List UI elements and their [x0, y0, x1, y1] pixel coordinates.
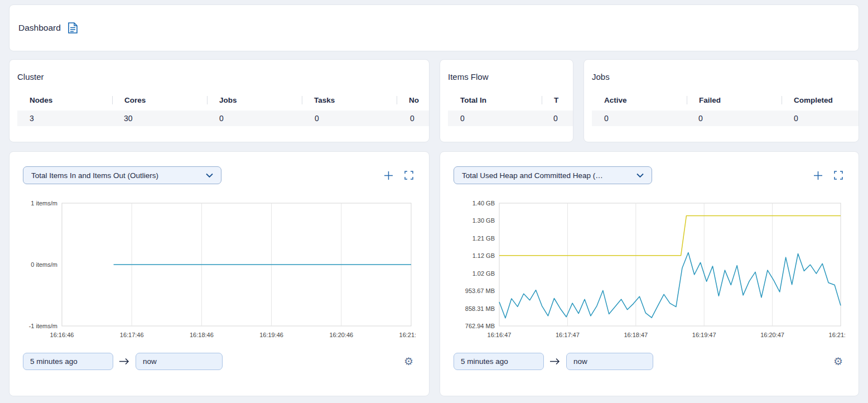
chart-toolbar: Total Items In and Items Out (Outliers)	[23, 166, 416, 184]
settings-gear-icon[interactable]: ⚙	[404, 356, 416, 367]
dashboard-page: Dashboard Cluster Nodes Cores Jobs Tasks…	[0, 0, 868, 403]
stat-value: 0	[303, 114, 398, 123]
stats-row: Cluster Nodes Cores Jobs Tasks No 3 30 0…	[9, 59, 859, 142]
svg-text:1.40 GB: 1.40 GB	[472, 200, 495, 207]
svg-text:-1 items/m: -1 items/m	[29, 323, 57, 329]
metric-select[interactable]: Total Used Heap and Committed Heap (…	[454, 166, 652, 184]
time-from-input[interactable]	[23, 353, 113, 370]
svg-text:16:16:46: 16:16:46	[50, 332, 74, 338]
chart-footer: ⚙	[23, 353, 416, 370]
cluster-table-values: 3 30 0 0 0	[17, 111, 429, 126]
cluster-card-title: Cluster	[17, 72, 429, 81]
column-header: Active	[604, 96, 687, 104]
svg-text:953.67 MB: 953.67 MB	[465, 287, 495, 294]
stat-value: 0	[460, 114, 542, 123]
svg-text:1.12 GB: 1.12 GB	[472, 252, 495, 259]
svg-text:16:19:46: 16:19:46	[259, 332, 283, 338]
time-from-input[interactable]	[454, 353, 544, 370]
svg-text:1.21 GB: 1.21 GB	[472, 235, 495, 242]
jobs-table-values: 0 0 0	[592, 111, 859, 126]
chevron-down-icon	[206, 171, 213, 180]
svg-text:16:16:47: 16:16:47	[488, 332, 512, 338]
stat-value: 0	[398, 114, 430, 123]
add-chart-icon[interactable]	[813, 171, 823, 180]
column-header: Tasks	[302, 96, 397, 104]
page-title: Dashboard	[18, 23, 61, 33]
stat-value: 0	[542, 114, 573, 123]
stat-value: 30	[112, 114, 208, 123]
chart-toolbar: Total Used Heap and Committed Heap (…	[454, 166, 845, 184]
cluster-table-header: Nodes Cores Jobs Tasks No	[17, 96, 429, 104]
column-header: No	[397, 96, 430, 104]
stat-value: 3	[30, 114, 112, 123]
svg-text:16:17:47: 16:17:47	[556, 332, 580, 338]
column-header: T	[542, 96, 573, 104]
stat-value: 0	[604, 114, 687, 123]
items-line-chart: 16:16:4616:17:4616:18:4616:19:4616:20:46…	[23, 198, 416, 342]
settings-gear-icon[interactable]: ⚙	[833, 356, 845, 367]
chart-footer: ⚙	[454, 353, 845, 370]
toolbar-icons	[384, 171, 416, 180]
items-flow-table-header: Total In T	[448, 96, 573, 104]
svg-text:16:18:47: 16:18:47	[624, 332, 648, 338]
svg-text:1.02 GB: 1.02 GB	[472, 270, 495, 277]
items-flow-card: Items Flow Total In T 0 0	[440, 59, 573, 142]
column-header: Jobs	[207, 96, 302, 104]
svg-text:1.30 GB: 1.30 GB	[472, 217, 495, 224]
expand-chart-icon[interactable]	[834, 171, 843, 180]
toolbar-icons	[813, 171, 845, 180]
svg-text:16:20:47: 16:20:47	[760, 332, 784, 338]
jobs-table-header: Active Failed Completed	[592, 96, 859, 104]
column-header: Nodes	[30, 96, 112, 104]
time-to-input[interactable]	[136, 353, 223, 370]
document-icon[interactable]	[68, 22, 78, 33]
svg-text:16:21:47: 16:21:47	[829, 332, 845, 338]
svg-text:858.31 MB: 858.31 MB	[465, 305, 495, 312]
metric-select-value: Total Used Heap and Committed Heap (…	[462, 171, 603, 180]
metric-select[interactable]: Total Items In and Items Out (Outliers)	[23, 166, 221, 184]
items-chart-card: Total Items In and Items Out (Outliers) …	[9, 151, 430, 396]
column-header: Cores	[112, 96, 207, 104]
svg-text:762.94 MB: 762.94 MB	[465, 323, 495, 329]
heap-line-chart: 16:16:4716:17:4716:18:4716:19:4716:20:47…	[454, 198, 845, 342]
stat-value: 0	[687, 114, 782, 123]
page-header-card: Dashboard	[9, 4, 859, 51]
expand-chart-icon[interactable]	[404, 171, 413, 180]
add-chart-icon[interactable]	[384, 171, 393, 180]
items-flow-card-title: Items Flow	[448, 72, 573, 81]
time-to-input[interactable]	[566, 353, 653, 370]
jobs-card-title: Jobs	[592, 72, 859, 81]
column-header: Total In	[460, 96, 542, 104]
items-flow-table-values: 0 0	[448, 111, 573, 126]
stat-value: 0	[782, 114, 859, 123]
svg-text:0 items/m: 0 items/m	[31, 261, 57, 268]
svg-text:16:20:46: 16:20:46	[329, 332, 353, 338]
stat-value: 0	[208, 114, 303, 123]
column-header: Failed	[687, 96, 782, 104]
svg-text:16:19:47: 16:19:47	[692, 332, 716, 338]
heap-chart-card: Total Used Heap and Committed Heap (… 16…	[440, 151, 859, 396]
column-header: Completed	[782, 96, 859, 104]
svg-text:16:17:46: 16:17:46	[120, 332, 144, 338]
jobs-card: Jobs Active Failed Completed 0 0 0	[584, 59, 859, 142]
svg-text:1 items/m: 1 items/m	[31, 200, 57, 207]
arrow-right-icon	[119, 358, 130, 365]
charts-row: Total Items In and Items Out (Outliers) …	[9, 151, 859, 396]
cluster-card: Cluster Nodes Cores Jobs Tasks No 3 30 0…	[9, 59, 430, 142]
svg-text:16:21:46: 16:21:46	[399, 332, 416, 338]
chevron-down-icon	[636, 171, 644, 180]
metric-select-value: Total Items In and Items Out (Outliers)	[31, 171, 158, 180]
arrow-right-icon	[549, 358, 561, 365]
svg-text:16:18:46: 16:18:46	[190, 332, 214, 338]
